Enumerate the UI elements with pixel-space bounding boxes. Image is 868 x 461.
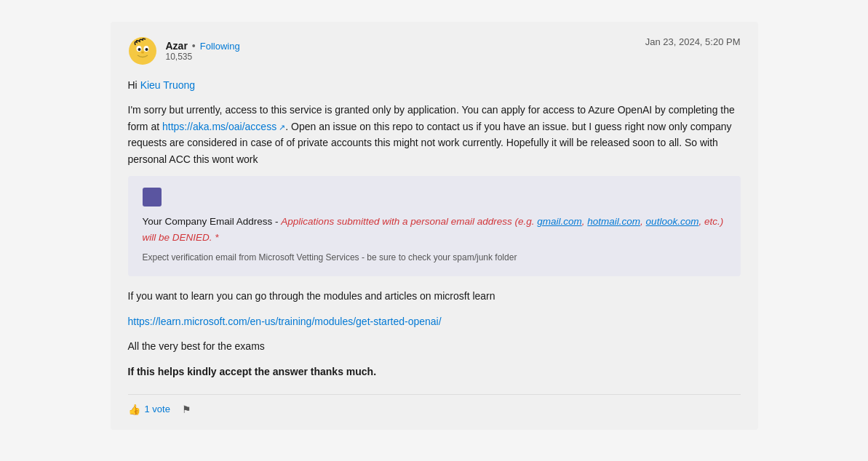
greeted-user-link[interactable]: Kieu Truong — [140, 79, 196, 91]
avatar — [128, 36, 157, 65]
separator: • — [192, 40, 196, 52]
svg-point-3 — [138, 48, 140, 51]
user-info: Azar • Following 10,535 — [166, 40, 240, 62]
vote-button[interactable]: 👍 1 vote — [128, 404, 170, 415]
gmail-link[interactable]: gmail.com — [537, 216, 582, 227]
accept-text: If this helps kindly accept the answer t… — [128, 366, 377, 377]
post-header-left: Azar • Following 10,535 — [128, 36, 240, 65]
main-paragraph: I'm sorry but urrently, access to this s… — [128, 102, 741, 167]
post-body: Hi Kieu Truong I'm sorry but urrently, a… — [128, 77, 741, 380]
flag-button[interactable]: ⚑ — [182, 404, 191, 415]
flag-icon: ⚑ — [182, 404, 191, 415]
greeting-paragraph: Hi Kieu Truong — [128, 77, 741, 93]
quoted-label: Your Company Email Address - — [143, 216, 282, 227]
page-wrapper: Azar • Following 10,535 Jan 23, 2024, 5:… — [15, 15, 853, 446]
quoted-block: Your Company Email Address - Application… — [128, 176, 741, 276]
access-link[interactable]: https://aka.ms/oai/access — [162, 121, 285, 132]
svg-point-7 — [141, 52, 144, 54]
hotmail-link[interactable]: hotmail.com — [587, 216, 640, 227]
learn-text: If you want to learn you can go through … — [128, 290, 495, 302]
svg-point-4 — [145, 48, 148, 51]
thumbs-up-icon: 👍 — [128, 404, 140, 415]
vote-count: 1 vote — [145, 404, 170, 414]
learn-link[interactable]: https://learn.microsoft.com/en-us/traini… — [128, 313, 741, 329]
svg-point-5 — [130, 49, 135, 55]
post-header: Azar • Following 10,535 Jan 23, 2024, 5:… — [128, 36, 741, 65]
following-badge[interactable]: Following — [200, 41, 240, 52]
outlook-link[interactable]: outlook.com — [646, 216, 699, 227]
quoted-text: Your Company Email Address - Application… — [143, 214, 726, 245]
closing-para: All the very best for the exams — [128, 338, 741, 354]
quoted-number — [143, 188, 162, 207]
accept-para: If this helps kindly accept the answer t… — [128, 364, 741, 380]
svg-point-6 — [151, 49, 155, 55]
learn-paragraph: If you want to learn you can go through … — [128, 288, 741, 304]
greeted-user-name: Kieu Truong — [140, 79, 196, 91]
post-footer: 👍 1 vote ⚑ — [128, 394, 741, 415]
post-card: Azar • Following 10,535 Jan 23, 2024, 5:… — [111, 22, 758, 430]
quoted-sub-text: Expect verification email from Microsoft… — [143, 251, 726, 265]
post-date: Jan 23, 2024, 5:20 PM — [645, 36, 741, 47]
greeting-text: Hi — [128, 79, 140, 91]
user-name: Azar — [166, 40, 188, 52]
user-score: 10,535 — [166, 52, 240, 62]
user-name-row: Azar • Following — [166, 40, 240, 52]
